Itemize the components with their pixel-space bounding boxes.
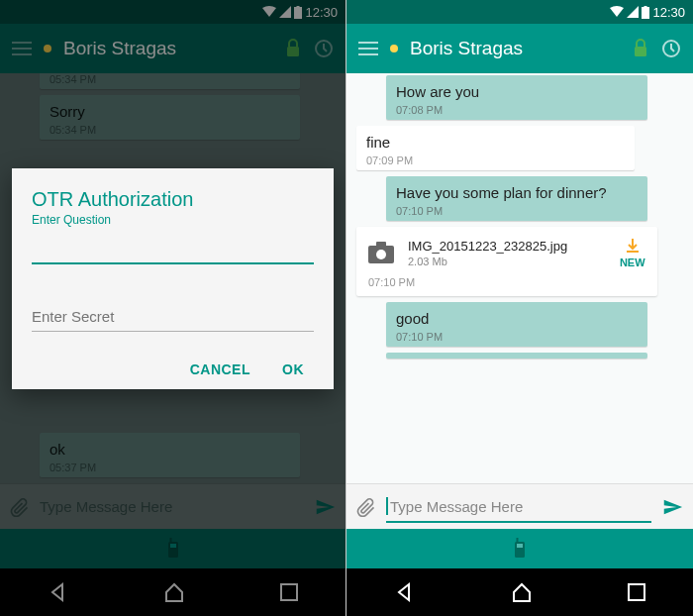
message-text: good: [396, 310, 638, 327]
send-icon[interactable]: [661, 496, 683, 518]
dialog-title: OTR Authorization: [32, 188, 314, 211]
message-time: 07:10 PM: [396, 205, 638, 217]
ok-button[interactable]: OK: [282, 361, 304, 377]
svg-rect-18: [629, 584, 644, 600]
presence-dot: [390, 45, 398, 52]
bottom-toolbar: [346, 529, 693, 568]
attachment-size: 2.03 Mb: [408, 256, 606, 267]
download-button[interactable]: NEW: [620, 237, 645, 268]
message-time: 07:09 PM: [366, 154, 625, 166]
signal-icon: [627, 6, 639, 18]
secret-input[interactable]: [32, 302, 314, 332]
attachment-bubble[interactable]: IMG_20151223_232825.jpg 2.03 Mb NEW 07:1…: [356, 227, 657, 296]
svg-rect-8: [642, 7, 649, 19]
message-text: Have you some plan for dinner?: [396, 184, 638, 201]
status-icons: 12:30: [610, 5, 685, 20]
svg-rect-16: [517, 538, 519, 543]
download-icon: [624, 237, 642, 255]
attachment-time: 07:10 PM: [368, 276, 645, 288]
status-bar: 12:30: [346, 0, 693, 24]
message-text: How are you: [396, 83, 638, 100]
question-input[interactable]: [32, 235, 314, 264]
nav-home-icon[interactable]: [510, 580, 534, 604]
message-bubble-out[interactable]: Have you some plan for dinner? 07:10 PM: [386, 176, 647, 221]
svg-point-14: [376, 250, 386, 259]
message-text: fine: [366, 134, 625, 151]
action-bar: Boris Stragas: [346, 24, 693, 73]
compose-input[interactable]: Type Message Here: [386, 491, 651, 523]
attachment-filename: IMG_20151223_232825.jpg: [408, 239, 606, 254]
walkie-icon[interactable]: [512, 538, 528, 560]
cancel-button[interactable]: CANCEL: [190, 361, 250, 377]
clock-icon[interactable]: [661, 39, 681, 58]
message-bubble-in[interactable]: fine 07:09 PM: [356, 126, 635, 170]
svg-rect-10: [635, 47, 646, 56]
nav-bar: [346, 568, 693, 616]
camera-icon: [368, 242, 394, 263]
battery-icon: [642, 6, 649, 19]
wifi-icon: [610, 6, 624, 18]
message-bubble-out[interactable]: How are you 07:08 PM: [386, 75, 647, 120]
svg-rect-13: [376, 242, 386, 247]
message-bubble-out[interactable]: [386, 353, 647, 359]
dialog-subtitle: Enter Question: [32, 213, 314, 227]
menu-icon[interactable]: [358, 42, 378, 55]
nav-recent-icon[interactable]: [627, 582, 646, 602]
message-time: 07:08 PM: [396, 104, 638, 116]
svg-rect-17: [517, 544, 523, 548]
attach-icon[interactable]: [356, 497, 376, 517]
message-bubble-out[interactable]: good 07:10 PM: [386, 302, 647, 347]
contact-name[interactable]: Boris Stragas: [410, 38, 620, 59]
phone-left-screen: 12:30 Boris Stragas 05:34 PM Sorry 05:34…: [0, 0, 346, 616]
phone-right-screen: 12:30 Boris Stragas How are you 07:08 PM…: [346, 0, 693, 616]
svg-rect-9: [644, 6, 647, 8]
nav-back-icon[interactable]: [393, 580, 417, 604]
status-time: 12:30: [652, 5, 685, 20]
lock-icon[interactable]: [632, 39, 649, 58]
new-badge: NEW: [620, 257, 645, 268]
chat-body: How are you 07:08 PM fine 07:09 PM Have …: [346, 73, 693, 483]
otr-dialog: OTR Authorization Enter Question CANCEL …: [12, 168, 334, 389]
dialog-actions: CANCEL OK: [32, 361, 314, 377]
message-time: 07:10 PM: [396, 331, 638, 343]
composer: Type Message Here: [346, 483, 693, 529]
